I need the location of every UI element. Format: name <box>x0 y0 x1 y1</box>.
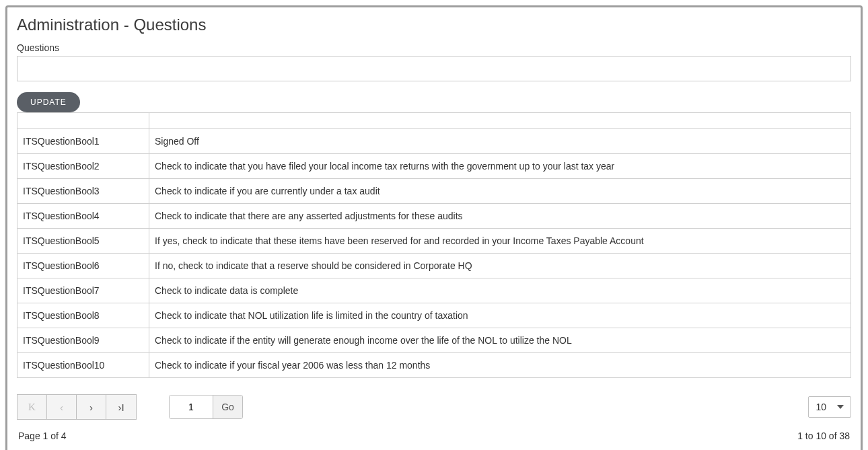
page-size-value: 10 <box>816 402 826 412</box>
chevron-down-icon <box>837 405 844 409</box>
chevron-left-icon: ‹ <box>60 402 63 413</box>
first-page-icon: K <box>28 402 36 413</box>
cell-desc: Check to indicate if your fiscal year 20… <box>149 353 851 378</box>
page-size-select[interactable]: 10 <box>808 396 851 418</box>
pager-left: K ‹ › ›I Go <box>17 394 243 420</box>
pager-status-row: Page 1 of 4 1 to 10 of 38 <box>17 430 851 441</box>
questions-input[interactable] <box>17 56 851 81</box>
cell-desc: If no, check to indicate that a reserve … <box>149 254 851 278</box>
pager-go-button[interactable]: Go <box>213 396 242 418</box>
cell-id: ITSQuestionBool8 <box>17 303 149 328</box>
table-row[interactable]: ITSQuestionBool6If no, check to indicate… <box>17 254 851 278</box>
pager-page-input[interactable] <box>170 396 213 418</box>
cell-desc: Check to indicate data is complete <box>149 278 851 303</box>
cell-id: ITSQuestionBool2 <box>17 154 149 179</box>
cell-desc: Signed Off <box>149 129 851 154</box>
table-header-row <box>17 113 851 129</box>
questions-label: Questions <box>17 42 851 53</box>
cell-id: ITSQuestionBool6 <box>17 254 149 278</box>
table-row[interactable]: ITSQuestionBool7Check to indicate data i… <box>17 278 851 303</box>
page-status: Page 1 of 4 <box>18 430 67 441</box>
cell-id: ITSQuestionBool5 <box>17 229 149 254</box>
pager-nav-group: K ‹ › ›I <box>17 394 137 420</box>
cell-id: ITSQuestionBool3 <box>17 179 149 204</box>
table-row[interactable]: ITSQuestionBool3Check to indicate if you… <box>17 179 851 204</box>
pager-first-button[interactable]: K <box>17 395 47 419</box>
table-row[interactable]: ITSQuestionBool8Check to indicate that N… <box>17 303 851 328</box>
update-button[interactable]: UPDATE <box>17 92 80 112</box>
cell-desc: Check to indicate that you have filed yo… <box>149 154 851 179</box>
cell-desc: If yes, check to indicate that these ite… <box>149 229 851 254</box>
cell-id: ITSQuestionBool1 <box>17 129 149 154</box>
cell-desc: Check to indicate that there are any ass… <box>149 204 851 229</box>
pager-row: K ‹ › ›I Go 10 <box>17 394 851 420</box>
pager-next-button[interactable]: › <box>77 395 106 419</box>
pager-go-group: Go <box>169 395 243 419</box>
table-row[interactable]: ITSQuestionBool2Check to indicate that y… <box>17 154 851 179</box>
admin-questions-panel: Administration - Questions Questions UPD… <box>5 5 863 450</box>
cell-id: ITSQuestionBool7 <box>17 278 149 303</box>
pager-last-button[interactable]: ›I <box>106 395 136 419</box>
col-header-id[interactable] <box>17 113 149 129</box>
col-header-desc[interactable] <box>149 113 851 129</box>
table-row[interactable]: ITSQuestionBool9Check to indicate if the… <box>17 328 851 353</box>
cell-id: ITSQuestionBool10 <box>17 353 149 378</box>
table-row[interactable]: ITSQuestionBool10Check to indicate if yo… <box>17 353 851 378</box>
cell-desc: Check to indicate if you are currently u… <box>149 179 851 204</box>
table-row[interactable]: ITSQuestionBool5If yes, check to indicat… <box>17 229 851 254</box>
cell-desc: Check to indicate if the entity will gen… <box>149 328 851 353</box>
pager-prev-button[interactable]: ‹ <box>47 395 77 419</box>
table-row[interactable]: ITSQuestionBool4Check to indicate that t… <box>17 204 851 229</box>
cell-id: ITSQuestionBool4 <box>17 204 149 229</box>
last-page-icon: ›I <box>118 402 124 413</box>
cell-id: ITSQuestionBool9 <box>17 328 149 353</box>
chevron-right-icon: › <box>89 402 93 413</box>
range-status: 1 to 10 of 38 <box>797 430 850 441</box>
page-title: Administration - Questions <box>17 15 851 34</box>
table-row[interactable]: ITSQuestionBool1Signed Off <box>17 129 851 154</box>
questions-table: ITSQuestionBool1Signed OffITSQuestionBoo… <box>17 112 851 378</box>
cell-desc: Check to indicate that NOL utilization l… <box>149 303 851 328</box>
